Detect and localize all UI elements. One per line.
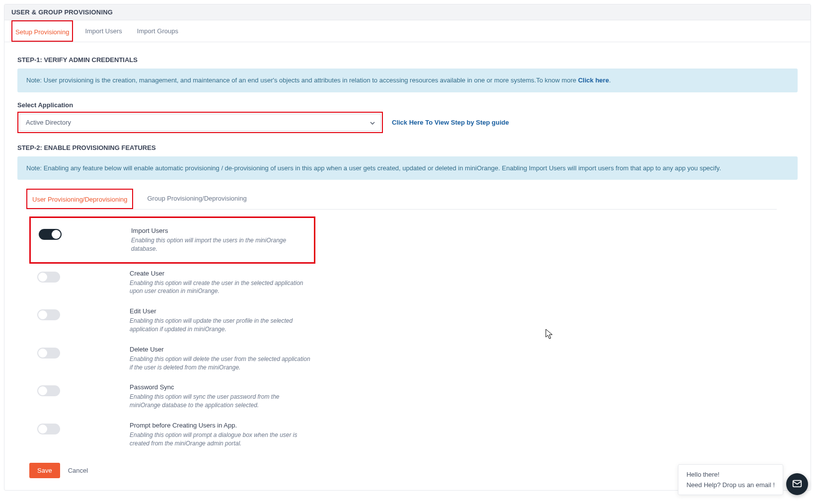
cancel-button[interactable]: Cancel <box>68 467 88 474</box>
feature-title: Edit User <box>130 307 310 315</box>
feature-desc: Enabling this option will update the use… <box>130 317 310 334</box>
step2-heading: STEP-2: ENABLE PROVISIONING FEATURES <box>17 144 798 151</box>
subtab-user-provisioning[interactable]: User Provisioning/Deprovisioning <box>26 189 133 209</box>
feature-text: Prompt before Creating Users in App.Enab… <box>130 422 310 448</box>
chat-line1: Hello there! <box>686 471 775 478</box>
feature-row: Password SyncEnabling this option will s… <box>29 377 315 416</box>
select-application[interactable]: Active Directory <box>19 114 381 131</box>
chat-fab[interactable] <box>786 473 808 495</box>
step2-note: Note: Enabling any feature below will en… <box>17 156 798 180</box>
sub-tabs: User Provisioning/Deprovisioning Group P… <box>26 189 777 210</box>
feature-row: Prompt before Creating Users in App.Enab… <box>29 416 315 454</box>
feature-toggle[interactable] <box>37 385 60 396</box>
tab-import-groups[interactable]: Import Groups <box>134 20 181 42</box>
top-tabs: Setup Provisioning Import Users Import G… <box>4 20 811 42</box>
feature-desc: Enabling this option will create the use… <box>130 279 310 296</box>
tab-setup-provisioning[interactable]: Setup Provisioning <box>11 20 73 42</box>
feature-title: Delete User <box>130 346 310 353</box>
step1-note-suffix: . <box>609 76 611 84</box>
step1-note-link[interactable]: Click here <box>578 76 609 84</box>
select-application-wrap: Active Directory <box>17 112 383 133</box>
step1-note: Note: User provisioning is the creation,… <box>17 69 798 92</box>
feature-text: Edit UserEnabling this option will updat… <box>130 307 310 334</box>
chat-popup: Hello there! Need Help? Drop us an email… <box>678 464 783 495</box>
feature-desc: Enabling this option will import the use… <box>131 236 309 253</box>
feature-toggle[interactable] <box>37 272 60 283</box>
feature-desc: Enabling this option will delete the use… <box>130 355 310 372</box>
panel-title: USER & GROUP PROVISIONING <box>4 4 811 20</box>
step1-heading: STEP-1: VERIFY ADMIN CREDENTIALS <box>17 56 798 64</box>
feature-text: Delete UserEnabling this option will del… <box>130 346 310 372</box>
feature-toggle[interactable] <box>39 229 62 240</box>
feature-toggle[interactable] <box>37 424 60 434</box>
mail-icon <box>792 478 803 491</box>
content: STEP-1: VERIFY ADMIN CREDENTIALS Note: U… <box>4 42 811 490</box>
feature-desc: Enabling this option will prompt a dialo… <box>130 431 310 448</box>
feature-title: Prompt before Creating Users in App. <box>130 422 310 429</box>
provisioning-panel: USER & GROUP PROVISIONING Setup Provisio… <box>4 4 811 491</box>
subtab-group-provisioning[interactable]: Group Provisioning/Deprovisioning <box>142 189 251 209</box>
features-list: Import UsersEnabling this option will im… <box>17 216 798 454</box>
step-by-step-guide-link[interactable]: Click Here To View Step by Step guide <box>392 119 509 126</box>
feature-text: Import UsersEnabling this option will im… <box>131 227 309 253</box>
chat-line2: Need Help? Drop us an email ! <box>686 481 775 489</box>
feature-title: Import Users <box>131 227 309 234</box>
feature-toggle[interactable] <box>37 348 60 359</box>
feature-row: Edit UserEnabling this option will updat… <box>29 301 315 340</box>
step1-note-text: Note: User provisioning is the creation,… <box>26 76 578 84</box>
save-button[interactable]: Save <box>29 463 60 478</box>
feature-toggle[interactable] <box>37 309 60 320</box>
tab-import-users[interactable]: Import Users <box>82 20 125 42</box>
feature-text: Password SyncEnabling this option will s… <box>130 383 310 410</box>
feature-row: Import UsersEnabling this option will im… <box>29 216 315 264</box>
feature-title: Create User <box>130 270 310 277</box>
select-application-label: Select Application <box>17 101 798 109</box>
feature-title: Password Sync <box>130 383 310 391</box>
feature-row: Create UserEnabling this option will cre… <box>29 264 315 302</box>
feature-row: Delete UserEnabling this option will del… <box>29 340 315 378</box>
feature-text: Create UserEnabling this option will cre… <box>130 270 310 296</box>
feature-desc: Enabling this option will sync the user … <box>130 393 310 410</box>
